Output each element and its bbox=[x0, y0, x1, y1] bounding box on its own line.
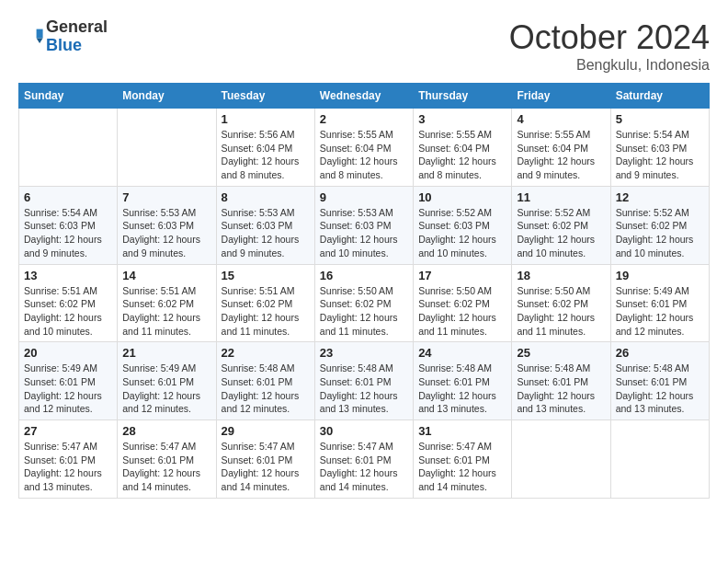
svg-marker-1 bbox=[37, 38, 43, 43]
cell-sun-info: Sunrise: 5:49 AMSunset: 6:01 PMDaylight:… bbox=[24, 362, 112, 416]
cell-sun-info: Sunrise: 5:49 AMSunset: 6:01 PMDaylight:… bbox=[122, 362, 210, 416]
calendar-cell: 11Sunrise: 5:52 AMSunset: 6:02 PMDayligh… bbox=[512, 186, 610, 264]
day-number: 11 bbox=[517, 190, 605, 204]
calendar-cell: 1Sunrise: 5:56 AMSunset: 6:04 PMDaylight… bbox=[216, 109, 314, 187]
day-number: 3 bbox=[418, 112, 506, 126]
calendar-cell: 5Sunrise: 5:54 AMSunset: 6:03 PMDaylight… bbox=[610, 109, 709, 187]
day-number: 22 bbox=[222, 346, 310, 360]
calendar-cell: 13Sunrise: 5:51 AMSunset: 6:02 PMDayligh… bbox=[19, 264, 118, 342]
cell-sun-info: Sunrise: 5:55 AMSunset: 6:04 PMDaylight:… bbox=[320, 128, 408, 182]
day-number: 17 bbox=[418, 269, 506, 282]
cell-sun-info: Sunrise: 5:47 AMSunset: 6:01 PMDaylight:… bbox=[24, 440, 112, 494]
logo-general-text: General bbox=[46, 17, 108, 36]
cell-sun-info: Sunrise: 5:53 AMSunset: 6:03 PMDaylight:… bbox=[122, 206, 210, 260]
calendar-week-row: 20Sunrise: 5:49 AMSunset: 6:01 PMDayligh… bbox=[19, 342, 710, 420]
calendar-cell: 7Sunrise: 5:53 AMSunset: 6:03 PMDaylight… bbox=[118, 186, 216, 264]
calendar-header-friday: Friday bbox=[512, 84, 610, 109]
cell-sun-info: Sunrise: 5:47 AMSunset: 6:01 PMDaylight:… bbox=[122, 440, 210, 494]
title-block: October 2024 Bengkulu, Indonesia bbox=[509, 18, 710, 74]
calendar-cell: 25Sunrise: 5:48 AMSunset: 6:01 PMDayligh… bbox=[512, 342, 610, 420]
calendar-week-row: 27Sunrise: 5:47 AMSunset: 6:01 PMDayligh… bbox=[19, 420, 710, 499]
day-number: 19 bbox=[616, 269, 704, 282]
month-year-title: October 2024 bbox=[509, 18, 710, 57]
cell-sun-info: Sunrise: 5:49 AMSunset: 6:01 PMDaylight:… bbox=[616, 284, 704, 339]
calendar-cell: 30Sunrise: 5:47 AMSunset: 6:01 PMDayligh… bbox=[314, 420, 413, 499]
cell-sun-info: Sunrise: 5:48 AMSunset: 6:01 PMDaylight:… bbox=[616, 362, 704, 416]
cell-sun-info: Sunrise: 5:51 AMSunset: 6:02 PMDaylight:… bbox=[222, 284, 310, 339]
day-number: 29 bbox=[222, 424, 310, 438]
logo: General Blue bbox=[18, 18, 108, 55]
day-number: 1 bbox=[222, 112, 310, 126]
day-number: 7 bbox=[122, 190, 210, 204]
cell-sun-info: Sunrise: 5:55 AMSunset: 6:04 PMDaylight:… bbox=[418, 128, 506, 182]
day-number: 15 bbox=[222, 269, 310, 282]
cell-sun-info: Sunrise: 5:56 AMSunset: 6:04 PMDaylight:… bbox=[222, 128, 310, 182]
day-number: 25 bbox=[517, 346, 605, 360]
day-number: 13 bbox=[24, 269, 112, 282]
cell-sun-info: Sunrise: 5:48 AMSunset: 6:01 PMDaylight:… bbox=[517, 362, 605, 416]
day-number: 8 bbox=[222, 190, 310, 204]
calendar-cell bbox=[610, 420, 709, 499]
calendar-cell: 18Sunrise: 5:50 AMSunset: 6:02 PMDayligh… bbox=[512, 264, 610, 342]
cell-sun-info: Sunrise: 5:51 AMSunset: 6:02 PMDaylight:… bbox=[24, 284, 112, 339]
cell-sun-info: Sunrise: 5:50 AMSunset: 6:02 PMDaylight:… bbox=[320, 284, 408, 339]
calendar-cell: 29Sunrise: 5:47 AMSunset: 6:01 PMDayligh… bbox=[216, 420, 314, 499]
cell-sun-info: Sunrise: 5:47 AMSunset: 6:01 PMDaylight:… bbox=[418, 440, 506, 494]
calendar-week-row: 6Sunrise: 5:54 AMSunset: 6:03 PMDaylight… bbox=[19, 186, 710, 264]
day-number: 4 bbox=[517, 112, 605, 126]
cell-sun-info: Sunrise: 5:48 AMSunset: 6:01 PMDaylight:… bbox=[418, 362, 506, 416]
cell-sun-info: Sunrise: 5:48 AMSunset: 6:01 PMDaylight:… bbox=[320, 362, 408, 416]
calendar-week-row: 1Sunrise: 5:56 AMSunset: 6:04 PMDaylight… bbox=[19, 109, 710, 187]
calendar-header-monday: Monday bbox=[118, 84, 216, 109]
calendar-header-tuesday: Tuesday bbox=[216, 84, 314, 109]
day-number: 20 bbox=[24, 346, 112, 360]
cell-sun-info: Sunrise: 5:53 AMSunset: 6:03 PMDaylight:… bbox=[222, 206, 310, 260]
cell-sun-info: Sunrise: 5:50 AMSunset: 6:02 PMDaylight:… bbox=[517, 284, 605, 339]
calendar-cell: 12Sunrise: 5:52 AMSunset: 6:02 PMDayligh… bbox=[610, 186, 709, 264]
location-subtitle: Bengkulu, Indonesia bbox=[509, 57, 710, 74]
day-number: 26 bbox=[616, 346, 704, 360]
cell-sun-info: Sunrise: 5:48 AMSunset: 6:01 PMDaylight:… bbox=[222, 362, 310, 416]
calendar-cell: 2Sunrise: 5:55 AMSunset: 6:04 PMDaylight… bbox=[314, 109, 413, 187]
day-number: 21 bbox=[122, 346, 210, 360]
day-number: 2 bbox=[320, 112, 408, 126]
cell-sun-info: Sunrise: 5:47 AMSunset: 6:01 PMDaylight:… bbox=[320, 440, 408, 494]
svg-marker-0 bbox=[37, 29, 43, 38]
calendar-header-saturday: Saturday bbox=[610, 84, 709, 109]
cell-sun-info: Sunrise: 5:53 AMSunset: 6:03 PMDaylight:… bbox=[320, 206, 408, 260]
day-number: 24 bbox=[418, 346, 506, 360]
cell-sun-info: Sunrise: 5:55 AMSunset: 6:04 PMDaylight:… bbox=[517, 128, 605, 182]
calendar-cell: 3Sunrise: 5:55 AMSunset: 6:04 PMDaylight… bbox=[414, 109, 512, 187]
day-number: 12 bbox=[616, 190, 704, 204]
day-number: 6 bbox=[24, 190, 112, 204]
day-number: 5 bbox=[616, 112, 704, 126]
logo-blue-text: Blue bbox=[46, 36, 82, 54]
calendar-cell: 27Sunrise: 5:47 AMSunset: 6:01 PMDayligh… bbox=[19, 420, 118, 499]
calendar-cell: 16Sunrise: 5:50 AMSunset: 6:02 PMDayligh… bbox=[314, 264, 413, 342]
day-number: 28 bbox=[122, 424, 210, 438]
calendar-header-wednesday: Wednesday bbox=[314, 84, 413, 109]
calendar-header-row: SundayMondayTuesdayWednesdayThursdayFrid… bbox=[19, 84, 710, 109]
cell-sun-info: Sunrise: 5:51 AMSunset: 6:02 PMDaylight:… bbox=[122, 284, 210, 339]
calendar-header-thursday: Thursday bbox=[414, 84, 512, 109]
day-number: 23 bbox=[320, 346, 408, 360]
calendar-cell: 6Sunrise: 5:54 AMSunset: 6:03 PMDaylight… bbox=[19, 186, 118, 264]
calendar-cell: 28Sunrise: 5:47 AMSunset: 6:01 PMDayligh… bbox=[118, 420, 216, 499]
calendar-cell: 8Sunrise: 5:53 AMSunset: 6:03 PMDaylight… bbox=[216, 186, 314, 264]
calendar-cell: 23Sunrise: 5:48 AMSunset: 6:01 PMDayligh… bbox=[314, 342, 413, 420]
calendar-cell: 4Sunrise: 5:55 AMSunset: 6:04 PMDaylight… bbox=[512, 109, 610, 187]
calendar-cell bbox=[512, 420, 610, 499]
day-number: 31 bbox=[418, 424, 506, 438]
day-number: 9 bbox=[320, 190, 408, 204]
calendar-cell: 9Sunrise: 5:53 AMSunset: 6:03 PMDaylight… bbox=[314, 186, 413, 264]
day-number: 10 bbox=[418, 190, 506, 204]
calendar-cell: 10Sunrise: 5:52 AMSunset: 6:03 PMDayligh… bbox=[414, 186, 512, 264]
cell-sun-info: Sunrise: 5:52 AMSunset: 6:02 PMDaylight:… bbox=[616, 206, 704, 260]
cell-sun-info: Sunrise: 5:50 AMSunset: 6:02 PMDaylight:… bbox=[418, 284, 506, 339]
calendar-header-sunday: Sunday bbox=[19, 84, 118, 109]
calendar-cell bbox=[19, 109, 118, 187]
calendar-cell: 24Sunrise: 5:48 AMSunset: 6:01 PMDayligh… bbox=[414, 342, 512, 420]
day-number: 18 bbox=[517, 269, 605, 282]
day-number: 14 bbox=[122, 269, 210, 282]
cell-sun-info: Sunrise: 5:54 AMSunset: 6:03 PMDaylight:… bbox=[24, 206, 112, 260]
